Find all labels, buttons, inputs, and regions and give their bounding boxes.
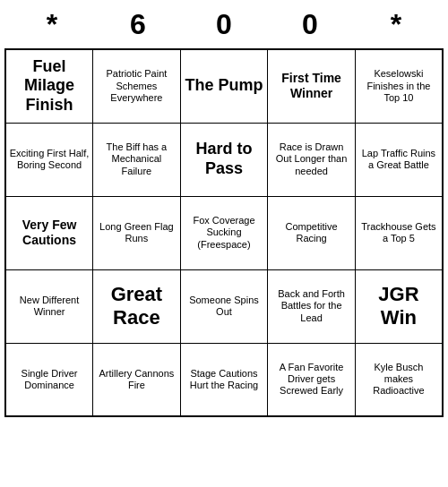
bingo-cell-3-3[interactable]: Back and Forth Battles for the Lead: [268, 269, 356, 343]
bingo-table: Fuel Milage FinishPatriotic Paint Scheme…: [4, 48, 444, 417]
bingo-header: * 6 0 0 *: [0, 0, 448, 48]
bingo-cell-2-4[interactable]: Trackhouse Gets a Top 5: [355, 196, 443, 269]
bingo-cell-4-1[interactable]: Artillery Cannons Fire: [93, 343, 181, 416]
bingo-cell-0-0[interactable]: Fuel Milage Finish: [5, 49, 93, 123]
header-col4: 0: [267, 8, 353, 41]
bingo-cell-4-2[interactable]: Stage Cautions Hurt the Racing: [180, 343, 268, 416]
bingo-cell-3-0[interactable]: New Different Winner: [5, 269, 93, 343]
bingo-cell-0-1[interactable]: Patriotic Paint Schemes Everywhere: [93, 49, 181, 123]
header-col3: 0: [181, 8, 267, 41]
header-col2: 6: [95, 8, 181, 41]
bingo-cell-4-3[interactable]: A Fan Favorite Driver gets Screwed Early: [268, 343, 356, 416]
bingo-cell-1-1[interactable]: The Biff has a Mechanical Failure: [93, 123, 181, 196]
header-col5: *: [353, 8, 439, 41]
bingo-cell-3-1[interactable]: Great Race: [93, 269, 181, 343]
bingo-cell-0-4[interactable]: Keselowski Finishes in the Top 10: [355, 49, 443, 123]
bingo-cell-1-3[interactable]: Race is Drawn Out Longer than needed: [268, 123, 356, 196]
bingo-cell-4-4[interactable]: Kyle Busch makes Radioactive: [355, 343, 443, 416]
bingo-cell-3-2[interactable]: Someone Spins Out: [180, 269, 268, 343]
header-col1: *: [9, 8, 95, 41]
bingo-cell-1-4[interactable]: Lap Traffic Ruins a Great Battle: [355, 123, 443, 196]
bingo-cell-1-2[interactable]: Hard to Pass: [180, 123, 268, 196]
bingo-cell-3-4[interactable]: JGR Win: [355, 269, 443, 343]
bingo-cell-0-2[interactable]: The Pump: [180, 49, 268, 123]
bingo-cell-2-3[interactable]: Competitive Racing: [268, 196, 356, 269]
bingo-cell-0-3[interactable]: First Time Winner: [268, 49, 356, 123]
bingo-cell-1-0[interactable]: Exciting First Half, Boring Second: [5, 123, 93, 196]
bingo-cell-4-0[interactable]: Single Driver Dominance: [5, 343, 93, 416]
bingo-cell-2-1[interactable]: Long Green Flag Runs: [93, 196, 181, 269]
bingo-cell-2-2[interactable]: Fox Coverage Sucking (Freespace): [180, 196, 268, 269]
bingo-cell-2-0[interactable]: Very Few Cautions: [5, 196, 93, 269]
